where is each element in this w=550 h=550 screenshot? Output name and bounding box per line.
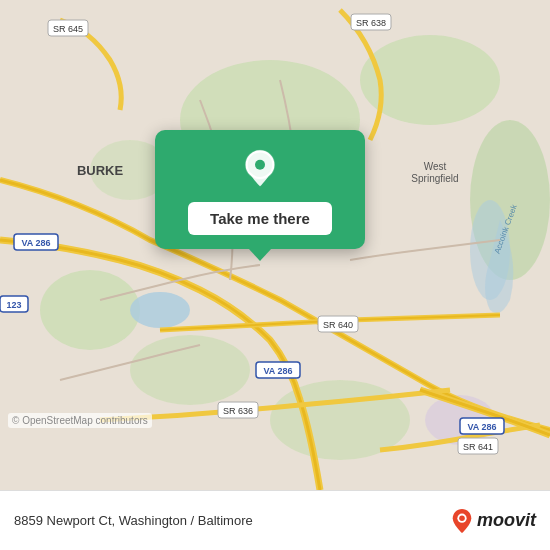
svg-point-35 (255, 160, 265, 170)
svg-text:VA 286: VA 286 (263, 366, 292, 376)
svg-point-5 (130, 335, 250, 405)
moovit-pin-icon (451, 508, 473, 534)
take-me-there-button[interactable]: Take me there (188, 202, 332, 235)
bottom-bar: 8859 Newport Ct, Washington / Baltimore … (0, 490, 550, 550)
svg-text:Springfield: Springfield (411, 173, 458, 184)
svg-point-8 (130, 292, 190, 328)
svg-text:SR 636: SR 636 (223, 406, 253, 416)
svg-text:VA 286: VA 286 (21, 238, 50, 248)
moovit-wordmark: moovit (477, 510, 536, 531)
svg-text:SR 641: SR 641 (463, 442, 493, 452)
moovit-logo: moovit (451, 508, 536, 534)
svg-text:VA 286: VA 286 (467, 422, 496, 432)
svg-text:BURKE: BURKE (77, 163, 124, 178)
svg-point-4 (40, 270, 140, 350)
map-container: SR 645 SR 638 SR 640 SR 636 SR 641 VA 28… (0, 0, 550, 490)
copyright-text: © OpenStreetMap contributors (8, 413, 152, 428)
location-pin-icon (240, 148, 280, 188)
svg-text:SR 638: SR 638 (356, 18, 386, 28)
svg-point-37 (459, 515, 465, 521)
popup-card: Take me there (155, 130, 365, 249)
svg-text:SR 640: SR 640 (323, 320, 353, 330)
address-text: 8859 Newport Ct, Washington / Baltimore (14, 513, 441, 528)
svg-text:West: West (424, 161, 447, 172)
svg-text:SR 645: SR 645 (53, 24, 83, 34)
svg-text:123: 123 (6, 300, 21, 310)
